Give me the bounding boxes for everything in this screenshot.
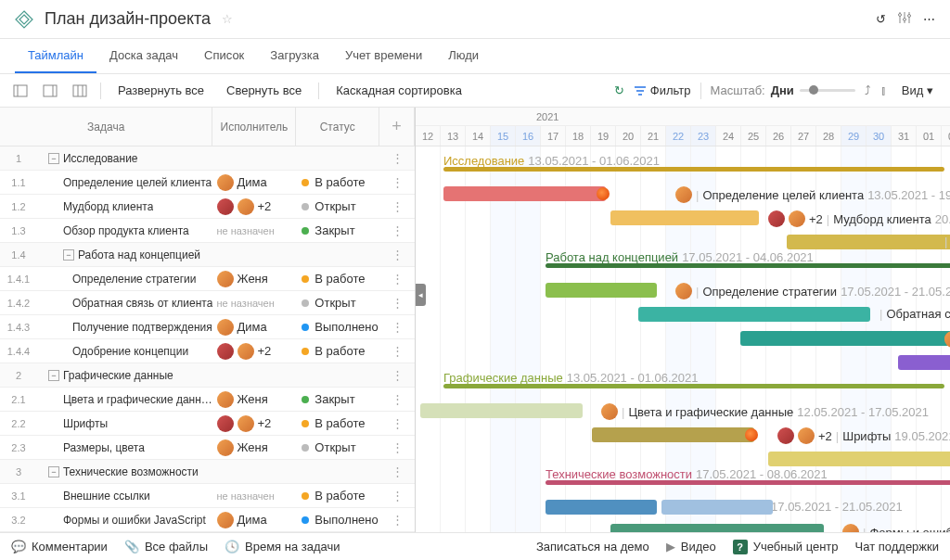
row-menu-icon[interactable]: ⋮ <box>379 248 415 261</box>
row-menu-icon[interactable]: ⋮ <box>379 151 415 165</box>
task-row[interactable]: 1.3Обзор продукта клиентане назначенЗакр… <box>0 219 415 243</box>
tab-workload[interactable]: Загрузка <box>257 39 332 73</box>
collapse-toggle[interactable]: − <box>48 370 59 381</box>
assignee-cell[interactable]: не назначен <box>213 490 297 502</box>
day-cell[interactable]: 26 <box>766 125 791 146</box>
day-cell[interactable]: 31 <box>892 125 917 146</box>
row-menu-icon[interactable]: ⋮ <box>379 368 415 382</box>
collapse-sidebar-handle[interactable]: ◂ <box>416 284 426 306</box>
time-button[interactable]: 🕓Время на задачи <box>225 540 340 554</box>
task-cell[interactable]: Обратная связь от клиента <box>37 297 213 310</box>
day-cell[interactable]: 20 <box>616 125 641 146</box>
column-header-status[interactable]: Статус <box>296 108 379 146</box>
row-menu-icon[interactable]: ⋮ <box>379 465 415 478</box>
task-cell[interactable]: −Графические данные <box>37 369 213 382</box>
row-menu-icon[interactable]: ⋮ <box>379 344 415 358</box>
column-header-task[interactable]: Задача <box>0 108 212 146</box>
task-bar[interactable] <box>610 524 824 532</box>
status-cell[interactable]: Выполнено <box>296 320 379 334</box>
row-menu-icon[interactable]: ⋮ <box>379 416 415 430</box>
task-row[interactable]: 1.4.3Получение подтвержденияДимаВыполнен… <box>0 315 415 339</box>
files-button[interactable]: 📎Все файлы <box>124 540 208 554</box>
status-cell[interactable]: Открыт <box>296 440 379 454</box>
tab-timesheet[interactable]: Учет времени <box>332 39 435 73</box>
task-bar[interactable] <box>443 186 606 201</box>
task-bar[interactable] <box>661 500 773 515</box>
row-menu-icon[interactable]: ⋮ <box>379 296 415 310</box>
row-menu-icon[interactable]: ⋮ <box>379 223 415 237</box>
task-cell[interactable]: Мудборд клиента <box>37 200 213 213</box>
view-button[interactable]: Вид ▾ <box>896 80 939 101</box>
task-bar[interactable] <box>592 427 754 442</box>
tab-timeline[interactable]: Таймлайн <box>15 39 96 73</box>
day-cell[interactable]: 17 <box>541 125 566 146</box>
task-row[interactable]: 3.1Внешние ссылкине назначенВ работе⋮ <box>0 484 415 508</box>
row-menu-icon[interactable]: ⋮ <box>379 513 415 527</box>
task-cell[interactable]: −Исследование <box>37 152 213 165</box>
filter-button[interactable]: Фильтр <box>634 83 691 97</box>
settings-sliders-icon[interactable] <box>897 10 912 28</box>
panel-left-icon[interactable] <box>11 82 30 100</box>
task-cell[interactable]: −Работа над концепцией <box>37 248 213 261</box>
row-menu-icon[interactable]: ⋮ <box>379 440 415 454</box>
task-bar[interactable] <box>787 235 950 249</box>
task-row[interactable]: 1−Исследование⋮ <box>0 146 415 171</box>
day-cell[interactable]: 19 <box>591 125 616 146</box>
task-row[interactable]: 1.4.4Одобрение концепции+2В работе⋮ <box>0 339 415 363</box>
day-cell[interactable]: 29 <box>841 125 867 146</box>
column-header-assignee[interactable]: Исполнитель <box>212 108 296 146</box>
task-bar[interactable] <box>546 500 657 515</box>
panel-right-icon[interactable] <box>41 82 59 100</box>
row-menu-icon[interactable]: ⋮ <box>379 199 415 213</box>
history-icon[interactable]: ↺ <box>876 12 886 26</box>
row-menu-icon[interactable]: ⋮ <box>379 392 415 406</box>
tab-list[interactable]: Список <box>191 39 257 73</box>
status-cell[interactable]: Закрыт <box>296 223 379 237</box>
status-cell[interactable]: В работе <box>296 416 379 430</box>
task-row[interactable]: 3.2Формы и ошибки JavaScriptДимаВыполнен… <box>0 508 415 532</box>
favorite-star-icon[interactable]: ☆ <box>222 12 233 26</box>
status-cell[interactable]: В работе <box>296 272 379 286</box>
day-cell[interactable]: 25 <box>741 125 766 146</box>
status-cell[interactable]: Закрыт <box>296 392 379 406</box>
task-row[interactable]: 2.3Размеры, цветаЖеняОткрыт⋮ <box>0 436 415 460</box>
day-cell[interactable]: 15 <box>491 125 516 146</box>
day-cell[interactable]: 30 <box>867 125 892 146</box>
learn-button[interactable]: ?Учебный центр <box>733 540 839 554</box>
task-bar[interactable] <box>638 307 870 322</box>
assignee-cell[interactable]: Дима <box>213 174 297 191</box>
more-menu-icon[interactable]: ⋯ <box>923 12 935 26</box>
collapse-toggle[interactable]: − <box>48 153 59 164</box>
task-row[interactable]: 1.1Определение целей клиентаДимаВ работе… <box>0 171 415 195</box>
task-cell[interactable]: Одобрение концепции <box>37 345 213 358</box>
status-cell[interactable]: Открыт <box>296 296 379 310</box>
task-row[interactable]: 2−Графические данные⋮ <box>0 363 415 388</box>
assignee-cell[interactable]: Дима <box>213 319 297 336</box>
row-menu-icon[interactable]: ⋮ <box>379 272 415 286</box>
task-row[interactable]: 1.4.2Обратная связь от клиентане назначе… <box>0 291 415 315</box>
support-button[interactable]: Чат поддержки <box>855 540 939 554</box>
day-cell[interactable]: 24 <box>716 125 741 146</box>
adjust-icon[interactable]: ⫿ <box>880 83 887 97</box>
task-cell[interactable]: Определение целей клиента <box>37 176 213 189</box>
day-cell[interactable]: 12 <box>416 125 441 146</box>
collapse-all-button[interactable]: Свернуть все <box>221 80 307 101</box>
task-bar[interactable] <box>768 452 950 466</box>
assignee-cell[interactable]: Дима <box>213 512 297 528</box>
day-cell[interactable]: 13 <box>441 125 466 146</box>
columns-icon[interactable] <box>71 82 89 100</box>
task-bar[interactable] <box>420 403 583 418</box>
task-cell[interactable]: Размеры, цвета <box>37 441 213 454</box>
day-cell[interactable]: 01 <box>917 125 942 146</box>
assignee-cell[interactable]: Женя <box>213 391 297 408</box>
task-cell[interactable]: Получение подтверждения <box>37 321 213 334</box>
task-bar[interactable] <box>610 210 759 225</box>
assignee-cell[interactable]: Женя <box>213 271 297 287</box>
status-cell[interactable]: Выполнено <box>296 513 379 527</box>
day-cell[interactable]: 23 <box>691 125 716 146</box>
export-icon[interactable]: ⤴ <box>865 83 871 97</box>
add-column-button[interactable]: + <box>379 108 415 146</box>
cascade-sort-button[interactable]: Каскадная сортировка <box>330 80 468 101</box>
video-button[interactable]: ▶Видео <box>666 540 716 554</box>
assignee-cell[interactable]: Женя <box>213 439 297 456</box>
